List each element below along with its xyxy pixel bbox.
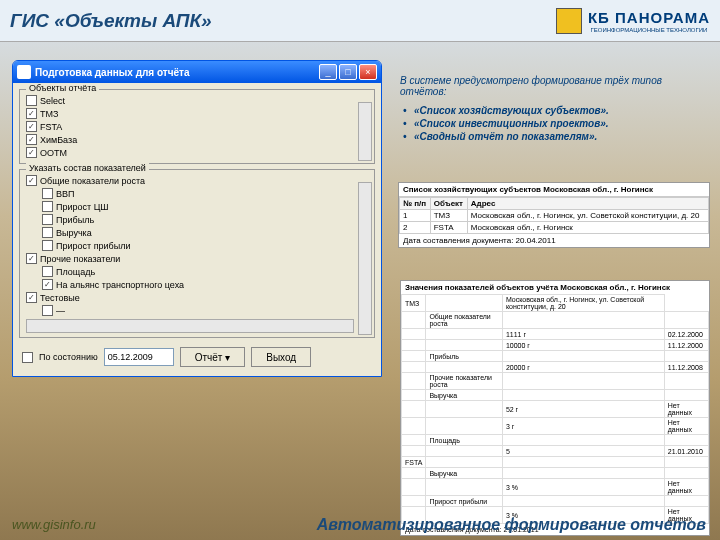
scrollbar-horizontal[interactable] — [26, 319, 354, 333]
checkbox-row[interactable]: ✓Тестовые — [26, 291, 354, 304]
titlebar[interactable]: Подготовка данных для отчёта _ □ × — [13, 61, 381, 83]
checkbox[interactable] — [42, 188, 53, 199]
checkbox[interactable] — [42, 214, 53, 225]
brand-logo: КБ ПАНОРАМА ГЕОИНФОРМАЦИОННЫЕ ТЕХНОЛОГИИ — [556, 8, 710, 34]
site-url: www.gisinfo.ru — [12, 517, 96, 532]
table-row: 1111 г02.12.2000 — [402, 329, 709, 340]
checkbox-label: Общие показатели роста — [40, 176, 145, 186]
table-row: 2FSTAМосковская обл., г. Ногинск — [400, 222, 709, 234]
table-header: Адрес — [467, 198, 708, 210]
checkbox-row[interactable]: ✓На альянс транспортного цеха — [26, 278, 354, 291]
checkbox[interactable] — [42, 201, 53, 212]
checkbox[interactable]: ✓ — [26, 147, 37, 158]
window-title: Подготовка данных для отчёта — [35, 67, 190, 78]
checkbox-row[interactable]: ✓Общие показатели роста — [26, 174, 354, 187]
table-row: Общие показатели роста — [402, 312, 709, 329]
objects-group: Объекты отчёта Select✓ТМЗ✓FSTA✓ХимБаза✓О… — [19, 89, 375, 164]
report1-footer: Дата составления документа: 20.04.2011 — [399, 234, 709, 247]
table-row: Площадь — [402, 435, 709, 446]
info-intro: В системе предусмотрено формирование трё… — [400, 75, 710, 97]
table-row: FSTA — [402, 457, 709, 468]
table-row: 3 %Нет данных — [402, 479, 709, 496]
minimize-button[interactable]: _ — [319, 64, 337, 80]
checkbox-row[interactable]: Площадь — [26, 265, 354, 278]
checkbox-label: ООТМ — [40, 148, 67, 158]
table-row: Выручка — [402, 390, 709, 401]
table-row: 10000 г11.12.2000 — [402, 340, 709, 351]
checkbox[interactable] — [42, 266, 53, 277]
table-row: Прочие показатели роста — [402, 373, 709, 390]
table-row: Прибыль — [402, 351, 709, 362]
checkbox[interactable]: ✓ — [26, 108, 37, 119]
indicators-group-label: Указать состав показателей — [26, 163, 149, 173]
checkbox-row[interactable]: Прибыль — [26, 213, 354, 226]
checkbox-row[interactable]: Выручка — [26, 226, 354, 239]
checkbox[interactable]: ✓ — [42, 279, 53, 290]
checkbox-label: ВВП — [56, 189, 74, 199]
report1-title: Список хозяйствующих субъектов Московска… — [399, 183, 709, 197]
page-footer: Автоматизированное формирование отчетов — [317, 516, 706, 534]
checkbox-label: Тестовые — [40, 293, 80, 303]
objects-group-label: Объекты отчёта — [26, 83, 99, 93]
date-input[interactable] — [104, 348, 174, 366]
checkbox[interactable] — [42, 305, 53, 316]
disclosure-label: По состоянию — [39, 352, 98, 362]
info-item: «Список хозяйствующих субъектов». — [400, 105, 710, 116]
exit-button[interactable]: Выход — [251, 347, 311, 367]
checkbox-label: На альянс транспортного цеха — [56, 280, 184, 290]
checkbox[interactable] — [42, 227, 53, 238]
report2-title: Значения показателей объектов учёта Моск… — [401, 281, 709, 294]
report-subjects-table: Список хозяйствующих субъектов Московска… — [398, 182, 710, 248]
app-header: ГИС «Объекты АПК» КБ ПАНОРАМА ГЕОИНФОРМА… — [0, 0, 720, 42]
checkbox-label: Прибыль — [56, 215, 94, 225]
table-header: Объект — [430, 198, 467, 210]
info-item: «Сводный отчёт по показателям». — [400, 131, 710, 142]
checkbox-label: — — [56, 306, 65, 316]
checkbox-label: Прирост ЦШ — [56, 202, 109, 212]
checkbox-label: Прирост прибыли — [56, 241, 130, 251]
checkbox-label: FSTA — [40, 122, 62, 132]
checkbox-row[interactable]: ВВП — [26, 187, 354, 200]
table-row: 1ТМЗМосковская обл., г. Ногинск, ул. Сов… — [400, 210, 709, 222]
table-row: 3 гНет данных — [402, 418, 709, 435]
checkbox-row[interactable]: Прирост прибыли — [26, 239, 354, 252]
checkbox-row[interactable]: — — [26, 304, 354, 317]
table-row: ТМЗМосковская обл., г. Ногинск, ул. Сове… — [402, 295, 709, 312]
close-button[interactable]: × — [359, 64, 377, 80]
app-title: ГИС «Объекты АПК» — [10, 10, 212, 32]
checkbox-label: ТМЗ — [40, 109, 58, 119]
info-text: В системе предусмотрено формирование трё… — [400, 75, 710, 144]
checkbox-row[interactable]: ✓ХимБаза — [26, 133, 354, 146]
checkbox-row[interactable]: ✓Прочие показатели — [26, 252, 354, 265]
checkbox[interactable]: ✓ — [26, 175, 37, 186]
checkbox[interactable]: ✓ — [26, 253, 37, 264]
checkbox-row[interactable]: ✓ТМЗ — [26, 107, 354, 120]
checkbox[interactable] — [26, 95, 37, 106]
checkbox[interactable]: ✓ — [26, 121, 37, 132]
report-dialog: Подготовка данных для отчёта _ □ × Объек… — [12, 60, 382, 377]
table-row: Выручка — [402, 468, 709, 479]
scrollbar-vertical[interactable] — [358, 102, 372, 161]
scrollbar-vertical[interactable] — [358, 182, 372, 335]
checkbox-label: Прочие показатели — [40, 254, 120, 264]
checkbox-label: Выручка — [56, 228, 92, 238]
checkbox-label: Select — [40, 96, 65, 106]
checkbox-row[interactable]: Select — [26, 94, 354, 107]
checkbox-row[interactable]: ✓FSTA — [26, 120, 354, 133]
report-indicators-table: Значения показателей объектов учёта Моск… — [400, 280, 710, 536]
brand-sub: ГЕОИНФОРМАЦИОННЫЕ ТЕХНОЛОГИИ — [588, 27, 710, 33]
checkbox[interactable] — [42, 240, 53, 251]
brand-name: КБ ПАНОРАМА — [588, 9, 710, 26]
table-row: Прирост прибыли — [402, 496, 709, 507]
report-button[interactable]: Отчёт ▾ — [180, 347, 246, 367]
checkbox[interactable]: ✓ — [26, 292, 37, 303]
logo-icon — [556, 8, 582, 34]
table-row: 52 гНет данных — [402, 401, 709, 418]
window-icon — [17, 65, 31, 79]
maximize-button[interactable]: □ — [339, 64, 357, 80]
checkbox-row[interactable]: ✓ООТМ — [26, 146, 354, 159]
checkbox[interactable]: ✓ — [26, 134, 37, 145]
disclosure-checkbox[interactable] — [22, 352, 33, 363]
checkbox-row[interactable]: Прирост ЦШ — [26, 200, 354, 213]
indicators-group: Указать состав показателей ✓Общие показа… — [19, 169, 375, 338]
